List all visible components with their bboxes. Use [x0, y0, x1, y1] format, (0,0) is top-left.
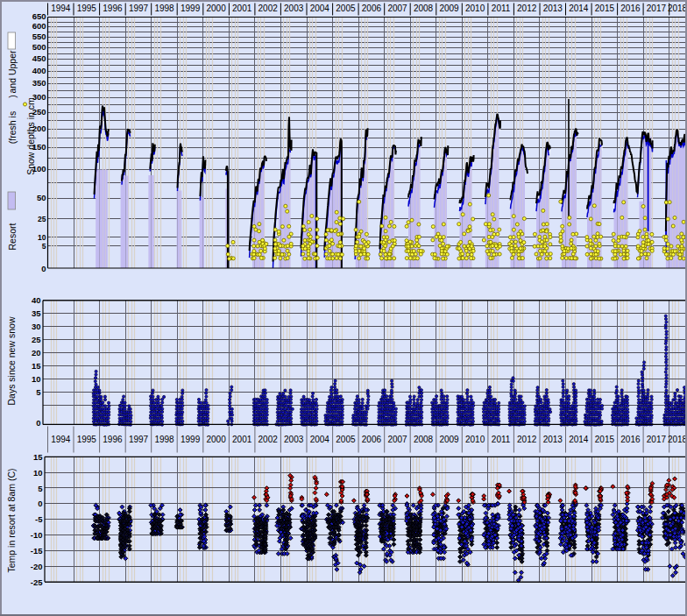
svg-text:2003: 2003 [284, 435, 304, 444]
svg-text:2018: 2018 [668, 435, 687, 444]
svg-text:2014: 2014 [569, 4, 589, 13]
svg-text:2009: 2009 [439, 4, 459, 13]
svg-text:1999: 1999 [181, 435, 201, 444]
svg-text:1996: 1996 [103, 4, 123, 13]
svg-text:2015: 2015 [595, 435, 615, 444]
svg-text:2015: 2015 [595, 4, 615, 13]
svg-text:5: 5 [38, 484, 43, 493]
svg-text:2013: 2013 [543, 435, 563, 444]
svg-text:2006: 2006 [362, 4, 382, 13]
svg-text:500: 500 [32, 42, 46, 52]
svg-text:2011: 2011 [492, 435, 511, 444]
svg-text:1996: 1996 [103, 435, 123, 444]
svg-text:0: 0 [41, 264, 46, 273]
svg-text:50: 50 [37, 193, 46, 202]
svg-text:(fresh is: (fresh is [7, 111, 18, 144]
svg-text:15: 15 [33, 452, 43, 462]
svg-text:1998: 1998 [154, 435, 174, 444]
svg-text:): ) [7, 95, 18, 98]
svg-text:10: 10 [33, 468, 43, 478]
svg-text:2000: 2000 [206, 4, 226, 13]
svg-text:2010: 2010 [465, 4, 485, 13]
svg-text:2017: 2017 [647, 435, 667, 444]
svg-text:1995: 1995 [77, 435, 97, 444]
svg-text:2002: 2002 [259, 4, 279, 13]
svg-text:2005: 2005 [336, 4, 356, 13]
svg-text:2002: 2002 [259, 435, 279, 444]
svg-text:650: 650 [32, 11, 46, 21]
svg-text:-25: -25 [31, 577, 43, 587]
svg-text:Temp in resort at 8am (C): Temp in resort at 8am (C) [6, 468, 17, 572]
svg-text:2000: 2000 [206, 435, 226, 444]
svg-text:2017: 2017 [647, 4, 667, 13]
svg-text:2008: 2008 [414, 435, 434, 444]
svg-text:-20: -20 [31, 562, 43, 571]
svg-text:10: 10 [38, 233, 46, 242]
svg-text:2001: 2001 [232, 435, 252, 444]
svg-text:2012: 2012 [517, 435, 537, 444]
svg-text:-5: -5 [35, 514, 43, 524]
svg-text:450: 450 [32, 53, 46, 63]
svg-text:2008: 2008 [414, 4, 434, 13]
svg-text:0: 0 [38, 499, 42, 508]
svg-text:350: 350 [32, 78, 46, 88]
svg-text:15: 15 [32, 361, 41, 371]
svg-text:1997: 1997 [129, 435, 149, 444]
svg-text:5: 5 [42, 242, 46, 251]
svg-text:1994: 1994 [51, 4, 71, 13]
svg-text:20: 20 [32, 348, 41, 358]
svg-text:2011: 2011 [492, 4, 511, 13]
svg-text:2013: 2013 [543, 4, 563, 13]
svg-text:2016: 2016 [620, 4, 641, 13]
svg-text:1999: 1999 [181, 4, 201, 13]
svg-text:2010: 2010 [465, 435, 485, 444]
svg-text:25: 25 [32, 335, 41, 344]
svg-text:2007: 2007 [387, 4, 407, 13]
svg-text:1994: 1994 [51, 435, 71, 444]
svg-text:2009: 2009 [439, 435, 459, 444]
svg-text:Snow depths in cm: Snow depths in cm [25, 97, 36, 175]
svg-text:35: 35 [32, 308, 41, 318]
svg-text:600: 600 [32, 21, 46, 31]
svg-text:-15: -15 [31, 546, 43, 556]
svg-text:550: 550 [32, 32, 46, 41]
svg-text:0: 0 [36, 418, 40, 428]
svg-text:-10: -10 [31, 530, 43, 540]
svg-text:and Upper: and Upper [7, 50, 18, 94]
svg-text:2006: 2006 [362, 435, 382, 444]
svg-text:30: 30 [32, 322, 41, 331]
svg-text:1998: 1998 [154, 4, 174, 13]
svg-text:2016: 2016 [620, 435, 641, 444]
svg-text:400: 400 [32, 66, 46, 75]
svg-text:2003: 2003 [284, 4, 304, 13]
svg-text:1995: 1995 [77, 4, 97, 13]
svg-text:1997: 1997 [129, 4, 149, 13]
svg-text:2007: 2007 [387, 435, 407, 444]
svg-text:2012: 2012 [517, 4, 537, 13]
svg-text:2005: 2005 [336, 435, 356, 444]
svg-text:Resort: Resort [7, 223, 18, 250]
svg-text:40: 40 [32, 295, 41, 305]
svg-text:25: 25 [38, 215, 46, 223]
svg-text:2018: 2018 [668, 4, 687, 13]
svg-text:5: 5 [36, 387, 41, 397]
svg-text:10: 10 [32, 374, 41, 384]
svg-text:2004: 2004 [310, 435, 330, 444]
svg-text:Days since new snow: Days since new snow [6, 316, 17, 405]
svg-text:2001: 2001 [232, 4, 252, 13]
svg-text:2004: 2004 [310, 4, 330, 13]
svg-text:2014: 2014 [569, 435, 589, 444]
